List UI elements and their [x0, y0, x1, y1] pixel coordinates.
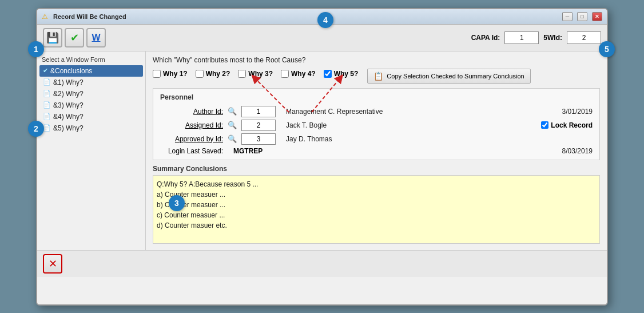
badge-1: 1 — [28, 41, 44, 57]
why3-check[interactable]: Why 3? — [238, 70, 273, 78]
why3-label: Why 3? — [248, 70, 273, 78]
main-content: Select a Window Form ✔ &Conclusions 📄 &1… — [37, 51, 607, 250]
sidebar-item-conclusions-label: &Conclusions — [50, 67, 92, 75]
window-title: Record Will Be Changed — [53, 13, 558, 20]
check-icon: ✔ — [70, 31, 79, 44]
why-question: Which "Why" contributes most to the Root… — [153, 56, 600, 64]
why4-checkbox[interactable] — [281, 70, 289, 78]
doc-icon-why1: 📄 — [43, 78, 51, 86]
sidebar-item-why1-label: &1) Why? — [53, 78, 84, 86]
doc-icon-why3: 📄 — [43, 101, 51, 109]
badge-5: 5 — [599, 41, 615, 57]
why5-checkbox[interactable] — [324, 70, 332, 78]
login-value: MGTREP — [233, 147, 263, 155]
word-button[interactable]: W — [86, 28, 106, 47]
badge-4: 4 — [317, 12, 333, 28]
assigned-row: Assigned Id: 🔍 Jack T. Bogle Lock Record — [160, 120, 593, 131]
capa-label: CAPA Id: — [471, 34, 500, 42]
sidebar-item-why4-label: &4) Why? — [53, 113, 84, 121]
copy-btn-label: Copy Selection Checked to Summary Conclu… — [387, 73, 524, 80]
login-date: 8/03/2019 — [562, 147, 593, 155]
author-date: 3/01/2019 — [562, 108, 593, 116]
doc-icon-why5: 📄 — [43, 124, 51, 132]
why4-label: Why 4? — [291, 70, 316, 78]
why1-label: Why 1? — [163, 70, 188, 78]
author-search-icon[interactable]: 🔍 — [228, 107, 237, 116]
why1-check[interactable]: Why 1? — [153, 70, 188, 78]
why2-label: Why 2? — [206, 70, 230, 78]
assigned-label: Assigned Id: — [160, 121, 223, 129]
sidebar-item-conclusions[interactable]: ✔ &Conclusions — [39, 65, 143, 77]
warning-icon: ⚠ — [42, 13, 50, 21]
why-checkboxes: Why 1? Why 2? Why 3? Why 4? — [153, 70, 358, 78]
sidebar-item-why3-label: &3) Why? — [53, 101, 84, 109]
minimize-button[interactable]: ─ — [562, 12, 573, 21]
badge-3: 3 — [169, 195, 185, 211]
summary-section: Summary Conclusions Q:Why 5? A:Because r… — [153, 165, 600, 245]
copy-icon: 📋 — [373, 72, 383, 81]
sidebar-item-why2[interactable]: 📄 &2) Why? — [39, 88, 143, 100]
author-row: Author Id: 🔍 Management C. Representativ… — [160, 106, 593, 117]
restore-button[interactable]: □ — [577, 12, 587, 21]
capa-section: CAPA Id: 5WId: — [471, 31, 601, 44]
approved-input[interactable] — [241, 133, 276, 145]
login-row: Login Last Saved: MGTREP 8/03/2019 — [160, 147, 593, 155]
check-icon-conclusions: ✔ — [43, 67, 48, 74]
why1-checkbox[interactable] — [153, 70, 161, 78]
author-name: Management C. Representative — [286, 108, 383, 116]
5wid-label: 5WId: — [543, 34, 562, 42]
why5-label: Why 5? — [334, 70, 359, 78]
approved-name: Jay D. Thomas — [286, 135, 332, 143]
why-section: Which "Why" contributes most to the Root… — [153, 56, 600, 84]
close-icon: ✕ — [49, 257, 57, 270]
sidebar-item-why5-label: &5) Why? — [53, 124, 84, 132]
personnel-section: Personnel Author Id: 🔍 Management C. Rep… — [153, 88, 600, 160]
why2-checkbox[interactable] — [196, 70, 204, 78]
personnel-rows: Author Id: 🔍 Management C. Representativ… — [160, 106, 593, 155]
badge-2: 2 — [28, 121, 44, 137]
why4-check[interactable]: Why 4? — [281, 70, 316, 78]
assigned-input[interactable] — [241, 120, 276, 131]
approved-label: Approved by Id: — [160, 135, 223, 143]
save-button[interactable]: 💾 — [43, 28, 62, 47]
summary-textarea[interactable]: Q:Why 5? A:Because reason 5 ... a) Count… — [153, 175, 600, 244]
why5-check[interactable]: Why 5? — [324, 70, 359, 78]
save-icon: 💾 — [46, 31, 59, 44]
bottom-bar: ✕ — [37, 250, 607, 277]
doc-icon-why4: 📄 — [43, 113, 51, 120]
close-bottom-button[interactable]: ✕ — [43, 254, 62, 274]
assigned-search-icon[interactable]: 🔍 — [228, 121, 237, 129]
sidebar-item-why1[interactable]: 📄 &1) Why? — [39, 77, 143, 88]
sidebar: Select a Window Form ✔ &Conclusions 📄 &1… — [37, 51, 146, 250]
toolbar: 💾 ✔ W CAPA Id: 5WId: — [37, 25, 607, 51]
personnel-title: Personnel — [160, 93, 593, 101]
copy-selection-button[interactable]: 📋 Copy Selection Checked to Summary Conc… — [367, 69, 530, 84]
summary-title: Summary Conclusions — [153, 165, 600, 173]
sidebar-item-why2-label: &2) Why? — [53, 90, 84, 98]
5wid-input[interactable] — [567, 31, 601, 44]
word-icon: W — [92, 33, 100, 43]
sidebar-title: Select a Window Form — [39, 56, 143, 63]
lock-record-section: Lock Record — [541, 121, 593, 129]
doc-icon-why2: 📄 — [43, 90, 51, 97]
sidebar-item-why3[interactable]: 📄 &3) Why? — [39, 100, 143, 111]
assigned-name: Jack T. Bogle — [286, 121, 327, 129]
login-label: Login Last Saved: — [160, 147, 223, 155]
why3-checkbox[interactable] — [238, 70, 246, 78]
approved-search-icon[interactable]: 🔍 — [228, 134, 237, 143]
right-panel: Which "Why" contributes most to the Root… — [146, 51, 607, 250]
capa-input[interactable] — [504, 31, 539, 44]
author-label: Author Id: — [160, 108, 223, 116]
main-window: 1 2 3 4 5 ⚠ Record Will Be Changed ─ □ ✕… — [36, 8, 608, 306]
lock-record-label: Lock Record — [551, 121, 593, 129]
lock-record-checkbox[interactable] — [541, 121, 548, 129]
sidebar-item-why5[interactable]: 📄 &5) Why? — [39, 122, 143, 134]
validate-button[interactable]: ✔ — [65, 28, 84, 47]
author-input[interactable] — [241, 106, 276, 117]
close-button[interactable]: ✕ — [592, 12, 602, 21]
approved-row: Approved by Id: 🔍 Jay D. Thomas — [160, 133, 593, 145]
why2-check[interactable]: Why 2? — [196, 70, 230, 78]
sidebar-item-why4[interactable]: 📄 &4) Why? — [39, 111, 143, 122]
